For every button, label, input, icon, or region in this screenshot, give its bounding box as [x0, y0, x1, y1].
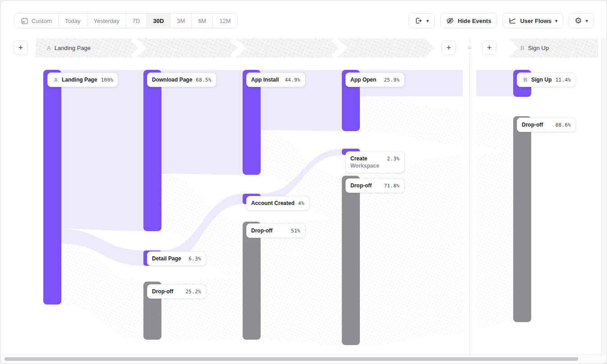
flow-links-dropoff	[60, 96, 514, 345]
date-range-today[interactable]: Today	[58, 14, 87, 28]
node-name-line2: Workspace	[350, 163, 379, 169]
node-label-dropoff-step4[interactable]: Drop-off 71.8%	[345, 178, 405, 193]
flow-appopen-to-dropoff5-left	[359, 96, 463, 145]
caret-down-icon: ▾	[585, 18, 588, 23]
section-divider	[469, 38, 470, 354]
node-label-dropoff-step5[interactable]: Drop-off 88.6%	[517, 118, 576, 132]
bar-landing-page[interactable]	[43, 70, 61, 305]
bar-download-page[interactable]	[143, 70, 161, 231]
step-b-name: Sign Up	[528, 45, 549, 51]
node-badge: A	[52, 77, 60, 83]
settings-button[interactable]: ⚙ ▾	[569, 13, 594, 28]
chevron-separator-icon	[333, 39, 344, 57]
node-label-sign-up[interactable]: BSign Up 11.4%	[517, 73, 576, 87]
node-percent: 2.3%	[387, 156, 400, 162]
export-icon	[414, 17, 423, 25]
bar-dropoff-step4[interactable]	[342, 176, 360, 345]
funnel-step-a-header[interactable]: A Landing Page	[47, 38, 91, 58]
date-range-label: Today	[65, 18, 81, 24]
node-percent: 68.5%	[196, 77, 212, 83]
node-percent: 25.2%	[185, 289, 201, 295]
bar-dropoff-step5[interactable]	[513, 116, 531, 322]
date-range-7d[interactable]: 7D	[126, 14, 147, 28]
flow-dropoff4-to-dropoff5-right	[476, 152, 514, 328]
flow-landing-to-detail	[60, 229, 144, 266]
add-step-button-left[interactable]: +	[14, 41, 28, 55]
funnel-step-band-a[interactable]	[36, 38, 435, 58]
node-name: Drop-off	[251, 228, 272, 234]
node-label-detail-page[interactable]: Detail Page 6.3%	[147, 251, 206, 266]
node-name: ALanding Page	[52, 77, 97, 83]
date-range-6m[interactable]: 6M	[191, 14, 212, 28]
add-step-button-right[interactable]: +	[482, 41, 497, 55]
date-range-label: 30D	[153, 18, 164, 24]
node-label-app-install[interactable]: App Install 44.9%	[246, 73, 305, 87]
user-flows-chart-icon	[508, 17, 516, 25]
date-range-label: 3M	[177, 18, 185, 24]
top-toolbar: Custom Today Yesterday 7D 30D 3M 6M 12M …	[0, 0, 607, 36]
node-label-dropoff-step3[interactable]: Drop-off 51%	[246, 223, 305, 238]
date-range-30d[interactable]: 30D	[146, 14, 170, 28]
node-label-landing-page[interactable]: ALanding Page 100%	[47, 73, 118, 87]
user-flows-panel: Custom Today Yesterday 7D 30D 3M 6M 12M …	[0, 0, 607, 364]
caret-down-icon: ▾	[555, 18, 558, 23]
approx-symbol: ≈	[464, 44, 474, 51]
vertical-scrollbar[interactable]	[601, 38, 606, 354]
add-step-button-middle[interactable]: +	[441, 41, 456, 55]
step-a-badge: A	[47, 45, 51, 51]
node-name: Drop-off	[522, 122, 543, 128]
node-name: App Install	[251, 77, 279, 83]
node-name: App Open	[350, 77, 376, 83]
date-range-control: Custom Today Yesterday 7D 30D 3M 6M 12M	[14, 13, 238, 28]
flow-dropoff3-to-dropoff4	[260, 219, 343, 345]
date-range-custom[interactable]: Custom	[14, 14, 58, 28]
node-percent: 11.4%	[555, 77, 571, 83]
node-label-download-page[interactable]: Download Page 68.5%	[147, 73, 216, 87]
flow-landing-to-download	[60, 70, 144, 231]
node-label-dropoff-step2[interactable]: Drop-off 25.2%	[147, 284, 206, 299]
horizontal-scrollbar[interactable]	[1, 355, 606, 363]
date-range-3m[interactable]: 3M	[170, 14, 191, 28]
date-range-label: 6M	[198, 18, 206, 24]
node-percent: 6.3%	[189, 256, 201, 262]
node-name: Drop-off	[152, 288, 173, 295]
node-name: Download Page	[152, 77, 192, 83]
date-range-yesterday[interactable]: Yesterday	[87, 14, 126, 28]
hide-events-button[interactable]: Hide Events	[440, 13, 497, 28]
node-name: Drop-off	[350, 182, 372, 189]
gear-icon: ⚙	[575, 17, 582, 25]
date-range-label: Yesterday	[94, 18, 120, 24]
node-percent: 25.9%	[384, 77, 400, 83]
node-percent: 88.6%	[555, 122, 571, 128]
bar-dropoff-step3[interactable]	[243, 222, 261, 340]
flow-appopen-to-dropoff5-right	[476, 112, 514, 152]
node-label-account-created[interactable]: Account Created 4%	[246, 196, 309, 210]
node-name: Create	[350, 155, 367, 162]
node-badge: B	[522, 77, 529, 83]
node-name: Account Created	[251, 200, 294, 206]
chart-type-button[interactable]: User Flows ▾	[502, 13, 563, 28]
export-button[interactable]: ▾	[409, 13, 435, 28]
user-flows-label: User Flows	[520, 18, 551, 24]
node-percent: 100%	[101, 77, 114, 83]
chevron-separator-icon	[232, 39, 242, 57]
date-range-label: Custom	[32, 18, 52, 24]
date-range-12m[interactable]: 12M	[212, 14, 237, 28]
step-a-name: Landing Page	[55, 45, 91, 51]
step-b-badge: B	[520, 45, 524, 51]
node-percent: 51%	[291, 228, 300, 234]
calendar-icon	[21, 17, 28, 25]
node-name: Detail Page	[152, 255, 181, 262]
eye-off-icon	[446, 17, 454, 25]
node-label-create-workspace[interactable]: Create 2.3% Workspace	[345, 151, 405, 173]
node-percent: 71.8%	[384, 183, 400, 189]
chevron-separator-icon	[133, 39, 143, 57]
node-label-app-open[interactable]: App Open 25.9%	[345, 73, 405, 87]
flow-landing-to-dropoff2	[60, 244, 144, 340]
hide-events-label: Hide Events	[458, 18, 491, 24]
funnel-step-b-header[interactable]: B Sign Up	[520, 38, 549, 58]
node-percent: 4%	[298, 200, 304, 206]
horizontal-scrollbar-thumb[interactable]	[5, 357, 578, 361]
flow-appopen-to-signup-right	[476, 70, 514, 96]
node-name: BSign Up	[522, 77, 552, 83]
